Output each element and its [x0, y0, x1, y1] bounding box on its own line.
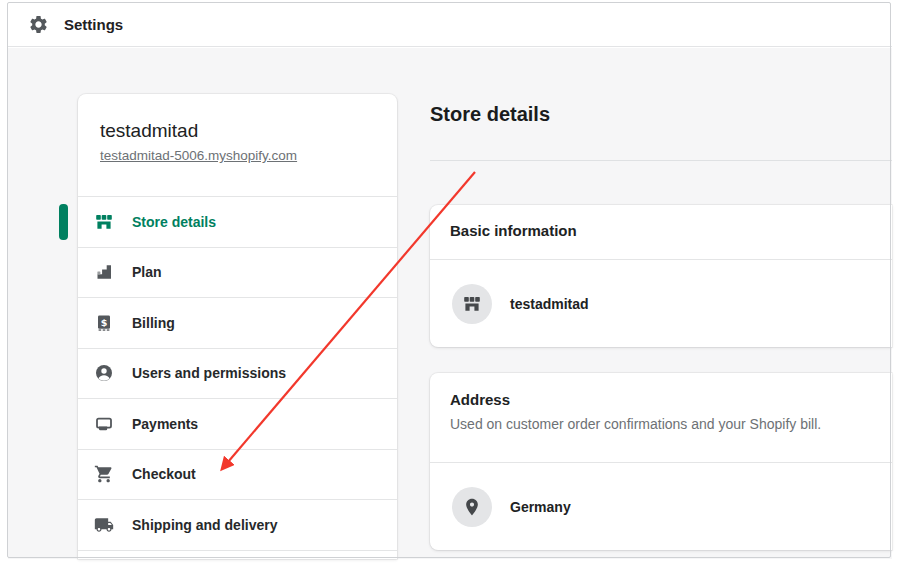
address-card: Address Used on customer order confirmat…	[430, 373, 892, 550]
active-item-indicator	[59, 204, 68, 240]
store-row: testadmitad	[430, 260, 892, 347]
top-bar: Settings	[8, 3, 892, 47]
store-identity-block: testadmitad testadmitad-5006.myshopify.c…	[78, 94, 397, 197]
sidebar-item-shipping-and-delivery[interactable]: Shipping and delivery	[78, 500, 397, 551]
payment-card-icon	[94, 414, 114, 434]
store-name: testadmitad	[100, 119, 375, 142]
card-header: Basic information	[430, 205, 892, 260]
store-row-label: testadmitad	[510, 296, 589, 312]
settings-page: Settings testadmitad testadmitad-5006.my…	[0, 0, 898, 565]
sidebar-item-label: Users and permissions	[132, 365, 286, 381]
address-row: Germany	[430, 463, 892, 550]
receipt-dollar-icon: $	[94, 313, 114, 333]
sidebar-item-label: Store details	[132, 214, 216, 230]
settings-sidebar: testadmitad testadmitad-5006.myshopify.c…	[78, 94, 397, 559]
gear-icon	[28, 14, 49, 35]
stairs-icon	[94, 262, 114, 282]
sidebar-item-billing[interactable]: $ Billing	[78, 298, 397, 349]
sidebar-item-label: Payments	[132, 416, 198, 432]
page-title: Settings	[64, 16, 123, 33]
user-circle-icon	[94, 363, 114, 383]
delivery-truck-icon	[94, 515, 114, 535]
sidebar-item-store-details[interactable]: Store details	[78, 197, 397, 248]
section-title: Store details	[430, 103, 550, 126]
shopping-cart-icon	[94, 464, 114, 484]
svg-text:$: $	[101, 316, 108, 327]
sidebar-item-checkout[interactable]: Checkout	[78, 450, 397, 501]
address-row-label: Germany	[510, 499, 571, 515]
card-header: Address Used on customer order confirmat…	[430, 373, 892, 463]
sidebar-item-label: Plan	[132, 264, 162, 280]
storefront-icon	[94, 212, 114, 232]
sidebar-item-label: Checkout	[132, 466, 196, 482]
sidebar-item-label: Shipping and delivery	[132, 517, 277, 533]
sidebar-item-users-and-permissions[interactable]: Users and permissions	[78, 349, 397, 400]
sidebar-item-plan[interactable]: Plan	[78, 248, 397, 299]
card-title: Address	[450, 391, 872, 408]
section-divider	[430, 160, 892, 161]
card-title: Basic information	[450, 222, 872, 239]
basic-information-card: Basic information testadmitad	[430, 205, 892, 347]
sidebar-item-label: Billing	[132, 315, 175, 331]
card-subtitle: Used on customer order confirmations and…	[450, 416, 872, 432]
storefront-avatar	[452, 284, 492, 324]
store-domain-link[interactable]: testadmitad-5006.myshopify.com	[100, 148, 297, 163]
location-pin-avatar	[452, 487, 492, 527]
sidebar-item-payments[interactable]: Payments	[78, 399, 397, 450]
